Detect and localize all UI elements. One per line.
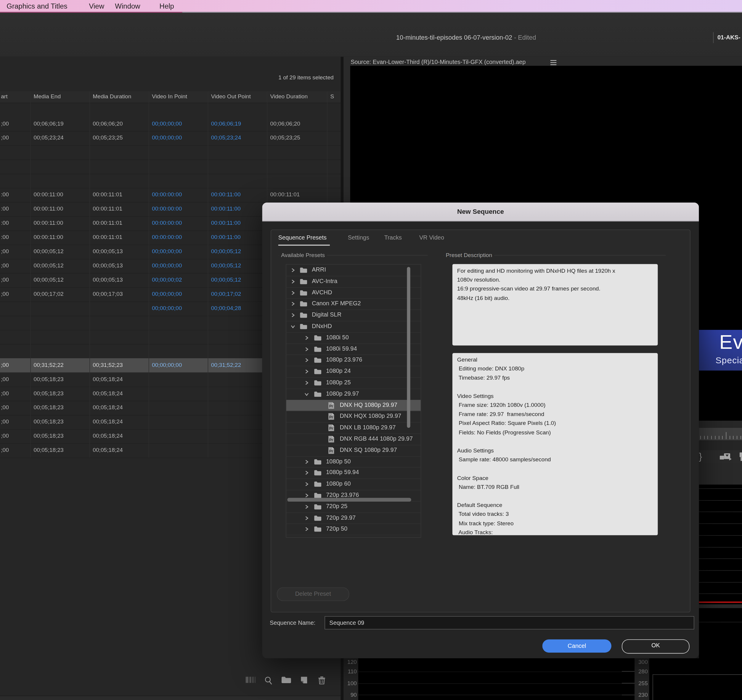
right-scale-value: 255 [638,680,648,687]
tree-item-label: DNX HQX 1080p 29.97 [340,413,402,419]
tree-item-dnx-hq-1080p-29-97[interactable]: PrDNX HQ 1080p 29.97 [286,400,421,411]
tree-item-digital-slr[interactable]: Digital SLR [286,310,421,321]
folder-icon [314,346,321,352]
tree-item-720p-25[interactable]: 720p 25 [286,501,421,513]
chevron-right-icon[interactable] [304,357,309,363]
cancel-button[interactable]: Cancel [542,639,611,653]
column-header-0[interactable]: art [1,93,27,100]
chevron-right-icon[interactable] [304,335,309,340]
table-cell: 00;00;05;13 [93,262,148,268]
tree-item-720p-29-97[interactable]: 720p 29.97 [286,512,421,524]
table-row[interactable] [0,145,341,160]
tree-item-1080i-50[interactable]: 1080i 50 [286,332,421,344]
column-header-3[interactable]: Video In Point [152,93,207,100]
chevron-down-icon[interactable] [304,391,309,397]
tree-item-dnxhd[interactable]: DNxHD [286,321,421,333]
new-item-icon[interactable] [300,676,308,684]
tree-item-1080p-24[interactable]: 1080p 24 [286,366,421,378]
tree-item-1080p-25[interactable]: 1080p 25 [286,377,421,389]
menu-item-view[interactable]: View [89,2,104,11]
scale-tick [622,695,635,695]
table-cell: 00:00:11:01 [93,205,148,212]
thumbnail-view-icon[interactable] [246,676,256,684]
tab-sequence-presets[interactable]: Sequence Presets [278,234,327,241]
chevron-right-icon[interactable] [304,380,309,386]
new-bin-icon[interactable] [281,676,291,684]
tree-horizontal-scrollbar[interactable] [287,498,411,502]
tree-item-dnx-rgb-444-1080p-29-97[interactable]: PrDNX RGB 444 1080p 29.97 [286,433,421,445]
table-cell: 00:00:11:00 [34,234,89,240]
chevron-right-icon[interactable] [290,312,296,318]
tree-item-1080p-29-97[interactable]: 1080p 29.97 [286,389,421,400]
insert-clip-icon[interactable] [720,453,732,461]
column-header-6[interactable]: S [330,93,340,100]
table-row[interactable]: ;0000;06;06;1900;06;06;2000;00;00;0000;0… [0,117,341,132]
tree-item-720p-50[interactable]: 720p 50 [286,523,421,535]
tree-item-dnx-lb-1080p-29-97[interactable]: PrDNX LB 1080p 29.97 [286,422,421,434]
search-icon[interactable] [264,676,273,685]
chevron-right-icon[interactable] [304,493,309,498]
column-header-5[interactable]: Video Duration [270,93,327,100]
ruler-tick [726,432,726,439]
chevron-right-icon[interactable] [290,279,296,284]
tree-item-dnx-sq-1080p-29-97[interactable]: PrDNX SQ 1080p 29.97 [286,445,421,457]
table-cell: 00;00;17;02 [34,290,89,297]
tree-item-canon-xf-mpeg2[interactable]: Canon XF MPEG2 [286,298,421,310]
folder-icon [314,504,321,510]
partial-icon[interactable] [739,452,742,462]
tree-item-avc-intra[interactable]: AVC-Intra [286,276,421,287]
timeline-ruler[interactable] [699,428,742,441]
menu-item-help[interactable]: Help [160,2,174,11]
delete-icon[interactable] [318,676,326,684]
chevron-right-icon[interactable] [290,301,296,307]
chevron-right-icon[interactable] [304,504,309,510]
tree-item-1080p-59-94[interactable]: 1080p 59.94 [286,467,421,479]
ruler-tick [733,436,734,439]
delete-preset-button[interactable]: Delete Preset [277,587,349,601]
chevron-right-icon[interactable] [304,368,309,374]
menu-item-window[interactable]: Window [115,2,140,11]
right-scale-value: 230 [638,691,648,698]
tree-vertical-scrollbar[interactable] [407,267,410,427]
tree-item-label: 720p 25 [326,503,347,510]
chevron-right-icon[interactable] [290,290,296,296]
tab-tracks[interactable]: Tracks [384,234,402,241]
chevron-down-icon[interactable] [290,324,296,329]
table-cell: ;00 [1,262,27,268]
tab-vr-video[interactable]: VR Video [419,234,444,241]
chevron-right-icon[interactable] [304,526,309,532]
tree-item-1080i-59-94[interactable]: 1080i 59.94 [286,343,421,355]
tree-item-1080p-23-976[interactable]: 1080p 23.976 [286,355,421,367]
tree-item-1080p-60[interactable]: 1080p 60 [286,479,421,490]
table-row[interactable]: :0000:00:11:0000:00:11:0100:00:00:0000:0… [0,188,341,203]
table-row[interactable]: ;0000;05;23;2400;05;23;2500;00;00;0000;0… [0,131,341,146]
table-cell: ;00 [1,404,27,411]
ok-button[interactable]: OK [622,639,690,653]
general-line: Mix track type: Stereo [452,519,658,528]
tab-settings[interactable]: Settings [348,234,369,241]
table-cell: 00:00:11:00 [211,234,266,240]
hamburger-icon[interactable] [551,60,556,65]
chevron-right-icon[interactable] [304,346,309,352]
tree-item-1080p-50[interactable]: 1080p 50 [286,456,421,468]
tree-item-avchd[interactable]: AVCHD [286,287,421,299]
chevron-right-icon[interactable] [304,470,309,476]
chevron-right-icon[interactable] [304,459,309,464]
brace-icon[interactable]: } [699,451,702,462]
column-header-2[interactable]: Media Duration [93,93,148,100]
chevron-right-icon[interactable] [290,267,296,273]
sequence-name-input[interactable]: Sequence 09 [324,616,694,629]
right-panel-band [699,604,742,608]
chevron-right-icon[interactable] [304,482,309,487]
chevron-right-icon[interactable] [304,515,309,521]
dialog-title-bar[interactable]: New Sequence [262,203,699,221]
scope-gridline [699,594,742,594]
menu-item-graphics-and-titles[interactable]: Graphics and Titles [6,2,67,11]
description-line: For editing and HD monitoring with DNxHD… [452,267,658,276]
table-row[interactable] [0,160,341,174]
tree-item-dnx-hqx-1080p-29-97[interactable]: PrDNX HQX 1080p 29.97 [286,411,421,423]
tree-item-arri[interactable]: ARRI [286,264,421,276]
column-header-1[interactable]: Media End [34,93,89,100]
table-row[interactable] [0,174,341,189]
column-header-4[interactable]: Video Out Point [211,93,266,100]
